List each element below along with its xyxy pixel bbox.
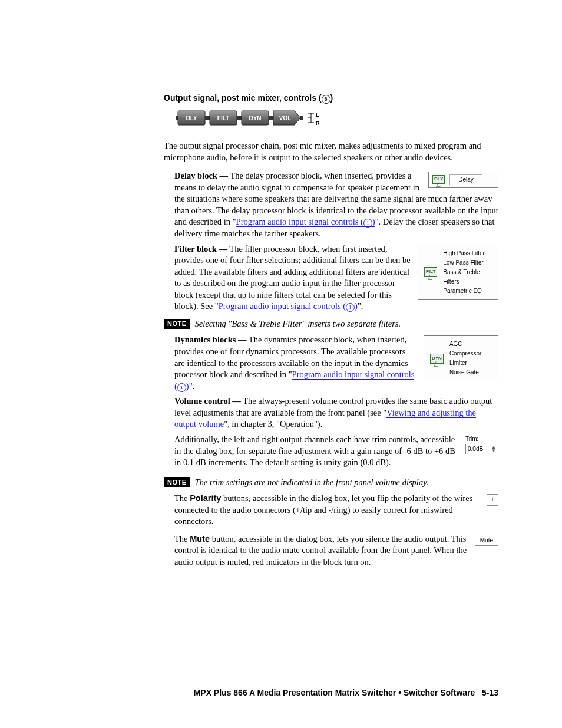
svg-rect-4 [207, 116, 210, 120]
vol-lead: Volume control — [174, 396, 241, 406]
svg-text:DLY: DLY [186, 115, 197, 121]
dyn-lead: Dynamics blocks — [174, 335, 246, 344]
top-rule [77, 70, 498, 70]
polarity-strong: Polarity [190, 493, 221, 503]
filter-options-list: High Pass Filter Low Pass Filter Bass & … [443, 249, 492, 296]
svg-text:R: R [316, 120, 320, 126]
note-2: NOTEThe trim settings are not indicated … [164, 477, 498, 489]
svg-rect-3 [205, 116, 207, 120]
filter-opt-1: Low Pass Filter [443, 258, 492, 268]
svg-rect-7 [237, 116, 239, 120]
dyn-opt-3: Noise Gate [449, 368, 481, 377]
mute-strong: Mute [190, 534, 210, 543]
polarity-paragraph: The Polarity buttons, accessible in the … [164, 493, 498, 528]
svg-rect-11 [269, 116, 271, 120]
volume-paragraph-2: Additionally, the left and right output … [164, 434, 498, 469]
delay-xref-link[interactable]: Program audio input signal controls (1) [236, 217, 375, 227]
filter-lead: Filter block — [174, 244, 227, 253]
filter-opt-2: Bass & Treble Filters [443, 268, 492, 286]
note-1-text: Selecting "Bass & Treble Filter" inserts… [195, 319, 401, 328]
mute-box: Mute [475, 535, 498, 546]
svg-text:VOL: VOL [279, 115, 292, 121]
filter-opt-0: High Pass Filter [443, 249, 492, 258]
footer-page: 5-13 [482, 688, 498, 697]
delay-label: Delay [449, 174, 482, 185]
dyn-opt-2: Limiter [449, 358, 481, 368]
svg-rect-12 [271, 116, 273, 120]
note-2-text: The trim settings are not indicated in t… [195, 477, 429, 487]
note-badge-2: NOTE [164, 477, 190, 487]
heading-text: Output signal, post mic mixer, controls [164, 93, 316, 103]
spinner-icon[interactable]: ▲▼ [491, 446, 496, 453]
polarity-box: + [487, 494, 498, 506]
dly-block-icon: DLY [432, 175, 445, 184]
mute-paragraph: The Mute button, accessible in the dialo… [164, 533, 498, 568]
delay-lead: Delay block — [174, 171, 228, 180]
dyn-opt-1: Compressor [449, 349, 481, 358]
dyn-opt-0: AGC [449, 340, 481, 349]
svg-text:DYN: DYN [249, 115, 261, 121]
dyn-options-list: AGC Compressor Limiter Noise Gate [449, 340, 481, 377]
svg-text:FILT: FILT [217, 115, 229, 121]
delay-tooltip-box: DLY Delay [428, 172, 498, 188]
note-1: NOTESelecting "Bass & Treble Filter" ins… [164, 318, 498, 330]
filter-options-box: FILT High Pass Filter Low Pass Filter Ba… [418, 245, 498, 300]
note-badge: NOTE [164, 319, 190, 329]
page-footer: MPX Plus 866 A Media Presentation Matrix… [194, 687, 498, 699]
dynamics-options-box: DYN AGC Compressor Limiter Noise Gate [424, 335, 498, 381]
processor-chain-graphic: DLYFILTDYNVOL L R [176, 107, 498, 132]
heading-marker: 6 [322, 95, 330, 104]
footer-text: MPX Plus 866 A Media Presentation Matrix… [194, 688, 475, 697]
trim-label: Trim: [465, 435, 498, 443]
intro-paragraph: The output signal processor chain, post … [164, 140, 498, 163]
dyn-block-icon: DYN [430, 354, 444, 364]
filter-xref-link[interactable]: Program audio input signal controls (1) [219, 301, 358, 311]
trim-box: Trim: 0.0dB ▲▼ [465, 435, 498, 454]
svg-text:L: L [316, 112, 319, 118]
svg-rect-15 [300, 116, 303, 120]
filter-opt-3: Parametric EQ [443, 286, 492, 296]
volume-paragraph-1: Volume control — The always-present volu… [164, 396, 498, 430]
trim-value: 0.0dB [468, 445, 483, 453]
section-heading: Output signal, post mic mixer, controls … [164, 93, 498, 104]
filt-block-icon: FILT [424, 267, 437, 277]
svg-rect-8 [239, 116, 242, 120]
svg-rect-0 [176, 116, 178, 120]
